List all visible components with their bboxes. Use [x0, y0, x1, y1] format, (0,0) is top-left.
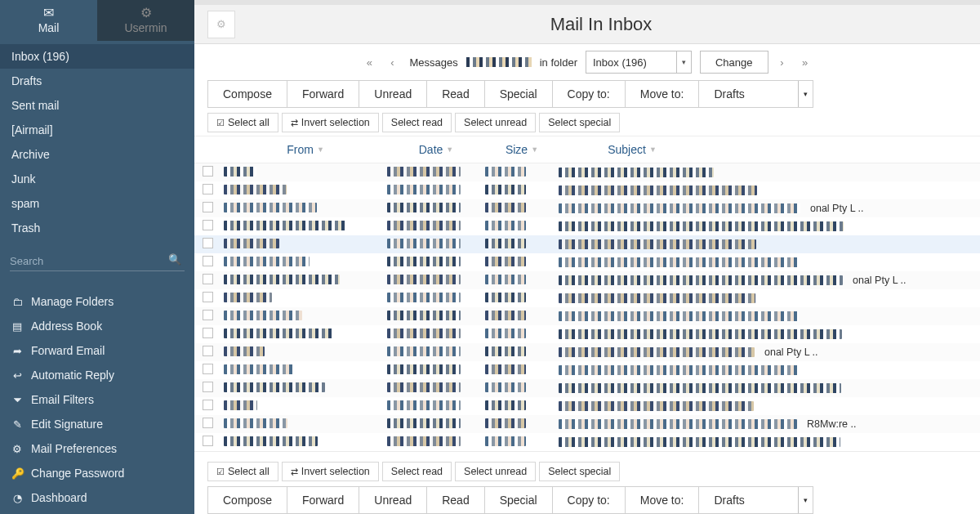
row-checkbox[interactable]	[203, 256, 213, 266]
folder-item[interactable]: Sent mail	[0, 93, 194, 118]
row-checkbox[interactable]	[203, 436, 213, 446]
folder-item[interactable]: [Airmail]	[0, 118, 194, 142]
command-button[interactable]: Forward	[287, 486, 359, 514]
command-button[interactable]: Compose	[207, 486, 287, 514]
chevron-down-icon: ▾	[798, 81, 813, 107]
next-page-button[interactable]: ›	[773, 52, 791, 72]
command-button[interactable]: Read	[427, 80, 484, 108]
select-read-button[interactable]: Select read	[382, 113, 452, 132]
command-button[interactable]: Forward	[287, 80, 359, 108]
command-button[interactable]: Special	[485, 486, 553, 514]
subject-extra: onal Pty L ..	[764, 346, 818, 358]
table-row[interactable]: R8Mw:re ..	[194, 415, 980, 433]
folder-item[interactable]: spam	[0, 191, 194, 216]
selection-bar-bottom: ☑Select all ⇄Invert selection Select rea…	[207, 462, 967, 481]
select-all-button[interactable]: ☑Select all	[207, 462, 278, 481]
row-checkbox[interactable]	[203, 292, 213, 302]
table-row[interactable]	[194, 307, 980, 325]
table-row[interactable]: onal Pty L ..	[194, 199, 980, 217]
row-checkbox[interactable]	[203, 274, 213, 284]
select-unread-button[interactable]: Select unread	[455, 462, 536, 481]
table-row[interactable]	[194, 325, 980, 343]
change-button[interactable]: Change	[700, 51, 768, 74]
first-page-button[interactable]: «	[360, 52, 378, 72]
select-all-button[interactable]: ☑Select all	[207, 113, 278, 132]
table-row[interactable]	[194, 289, 980, 307]
folder-list: Inbox (196)DraftsSent mail[Airmail]Archi…	[0, 41, 194, 240]
table-row[interactable]	[194, 181, 980, 199]
tool-item[interactable]: 🔑Change Password	[0, 461, 194, 485]
row-checkbox[interactable]	[203, 202, 213, 212]
invert-selection-button[interactable]: ⇄Invert selection	[282, 462, 379, 481]
tool-item[interactable]: 🗀Manage Folders	[0, 289, 194, 314]
table-row[interactable]	[194, 379, 980, 397]
select-read-button[interactable]: Select read	[382, 462, 452, 481]
tool-item[interactable]: ➦Forward Email	[0, 338, 194, 363]
table-row[interactable]	[194, 235, 980, 253]
col-size[interactable]: Size▼	[485, 143, 559, 156]
table-row[interactable]	[194, 253, 980, 271]
table-row[interactable]	[194, 433, 980, 451]
search-icon[interactable]: 🔍	[168, 253, 181, 266]
folder-item[interactable]: Inbox (196)	[0, 44, 194, 69]
settings-gear-button[interactable]: ⚙	[207, 11, 235, 38]
tool-item[interactable]: ◔Dashboard	[0, 485, 194, 510]
folder-item[interactable]: Drafts	[0, 69, 194, 93]
folder-item[interactable]: Junk	[0, 167, 194, 191]
col-from[interactable]: From▼	[224, 143, 387, 156]
table-row[interactable]: onal Pty L ..	[194, 271, 980, 289]
tool-item[interactable]: ▤Address Book	[0, 314, 194, 338]
invert-selection-button[interactable]: ⇄Invert selection	[282, 113, 379, 132]
command-button[interactable]: Copy to:	[553, 80, 626, 108]
row-checkbox[interactable]	[203, 166, 213, 177]
row-checkbox[interactable]	[203, 184, 213, 194]
folder-item[interactable]: Trash	[0, 216, 194, 240]
moveto-select[interactable]: Drafts▾	[699, 486, 813, 514]
row-checkbox[interactable]	[203, 238, 213, 248]
tab-mail[interactable]: ✉ Mail	[0, 0, 97, 41]
row-checkbox[interactable]	[203, 220, 213, 230]
key-icon: 🔑	[11, 467, 23, 480]
tool-label: Address Book	[31, 320, 102, 333]
table-row[interactable]	[194, 397, 980, 415]
command-button[interactable]: Special	[485, 80, 553, 108]
row-checkbox[interactable]	[203, 382, 213, 392]
row-checkbox[interactable]	[203, 364, 213, 374]
command-button[interactable]: Copy to:	[553, 486, 626, 514]
sidebar: ✉ Mail ⚙ Usermin Inbox (196)DraftsSent m…	[0, 0, 194, 514]
message-list[interactable]: onal Pty L ..onal Pty L ..onal Pty L ..R…	[194, 163, 980, 451]
row-checkbox[interactable]	[203, 328, 213, 338]
moveto-select[interactable]: Drafts▾	[699, 80, 813, 108]
select-special-button[interactable]: Select special	[539, 113, 620, 132]
command-button[interactable]: Unread	[359, 486, 427, 514]
folder-select[interactable]: Inbox (196) ▾	[586, 51, 692, 74]
table-row[interactable]	[194, 163, 980, 181]
select-unread-button[interactable]: Select unread	[455, 113, 536, 132]
table-row[interactable]	[194, 217, 980, 235]
tool-item[interactable]: ↩Automatic Reply	[0, 363, 194, 387]
tool-item[interactable]: ⚙Mail Preferences	[0, 436, 194, 461]
col-subject[interactable]: Subject▼	[559, 143, 706, 156]
col-date[interactable]: Date▼	[387, 143, 485, 156]
last-page-button[interactable]: »	[796, 52, 814, 72]
prev-page-button[interactable]: ‹	[383, 52, 401, 72]
command-button[interactable]: Compose	[207, 80, 287, 108]
tab-usermin[interactable]: ⚙ Usermin	[97, 0, 194, 41]
folder-item[interactable]: Archive	[0, 142, 194, 167]
row-checkbox[interactable]	[203, 310, 213, 320]
row-checkbox[interactable]	[203, 346, 213, 356]
command-button[interactable]: Unread	[359, 80, 427, 108]
command-button[interactable]: Move to:	[626, 486, 700, 514]
command-button[interactable]: Move to:	[626, 80, 700, 108]
table-row[interactable]: onal Pty L ..	[194, 343, 980, 361]
subject-extra: R8Mw:re ..	[807, 418, 856, 430]
select-special-button[interactable]: Select special	[539, 462, 620, 481]
sort-icon: ▼	[531, 145, 538, 154]
command-button[interactable]: Read	[427, 486, 484, 514]
row-checkbox[interactable]	[203, 418, 213, 428]
search-input[interactable]	[10, 252, 185, 271]
row-checkbox[interactable]	[203, 400, 213, 410]
tool-item[interactable]: ✎Edit Signature	[0, 412, 194, 436]
table-row[interactable]	[194, 361, 980, 379]
tool-item[interactable]: ⏷Email Filters	[0, 387, 194, 412]
